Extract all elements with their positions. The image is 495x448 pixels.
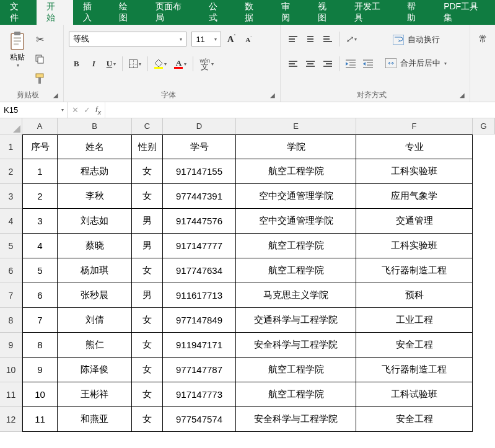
cell[interactable]: 刘志如 — [58, 209, 132, 234]
cell[interactable]: 911617713 — [163, 283, 236, 308]
ribbon-tab-8[interactable]: 视图 — [308, 0, 344, 25]
ribbon-tab-2[interactable]: 插入 — [73, 0, 110, 25]
paste-button[interactable]: 粘贴 ▾ — [5, 30, 30, 69]
cell[interactable]: 7 — [22, 308, 58, 333]
font-launcher[interactable]: ◢ — [270, 92, 278, 99]
cell[interactable]: 学院 — [236, 134, 356, 159]
cell[interactable]: 王彬祥 — [58, 382, 132, 407]
increase-indent-button[interactable] — [361, 56, 375, 72]
font-size-select[interactable]: 11 ▾ — [191, 32, 221, 46]
ribbon-tab-4[interactable]: 页面布局 — [146, 0, 199, 25]
align-right-button[interactable] — [320, 56, 335, 72]
align-center-button[interactable] — [303, 56, 318, 72]
cell[interactable]: 女 — [132, 333, 163, 358]
bold-button[interactable]: B — [69, 56, 84, 72]
formula-input[interactable] — [105, 102, 495, 118]
cell[interactable]: 917447576 — [163, 209, 236, 234]
cell[interactable]: 和燕亚 — [58, 407, 132, 432]
accept-formula-icon[interactable]: ✓ — [84, 105, 90, 115]
cell[interactable]: 交通管理 — [356, 209, 473, 234]
cell[interactable]: 航空工程学院 — [236, 159, 356, 184]
decrease-font-button[interactable]: Aˇ — [241, 31, 256, 47]
cell[interactable]: 马克思主义学院 — [236, 283, 356, 308]
cell[interactable]: 女 — [132, 382, 163, 407]
col-header-B[interactable]: B — [58, 118, 132, 134]
alignment-launcher[interactable]: ◢ — [460, 92, 467, 99]
cell[interactable]: 917147777 — [163, 234, 236, 258]
row-header-1[interactable]: 1 — [0, 134, 22, 159]
cell[interactable]: 安全科学与工程学院 — [236, 333, 356, 358]
cell[interactable]: 航空工程学院 — [236, 258, 356, 283]
row-header-10[interactable]: 10 — [0, 358, 22, 382]
font-color-button[interactable]: A▾ — [172, 56, 189, 72]
cell[interactable]: 航空工程学院 — [236, 234, 356, 258]
cell[interactable]: 917747634 — [163, 258, 236, 283]
cell[interactable]: 蔡晓 — [58, 234, 132, 258]
cell[interactable]: 工科实验班 — [356, 159, 473, 184]
cell[interactable]: 977147787 — [163, 358, 236, 382]
align-bottom-button[interactable] — [320, 31, 335, 47]
fill-color-button[interactable]: ▾ — [152, 56, 169, 72]
cell[interactable]: 女 — [132, 407, 163, 432]
fx-icon[interactable]: fx — [95, 105, 101, 116]
cell[interactable]: 11 — [22, 407, 58, 432]
row-header-9[interactable]: 9 — [0, 333, 22, 358]
cell[interactable]: 911947171 — [163, 333, 236, 358]
ribbon-tab-7[interactable]: 审阅 — [271, 0, 308, 25]
align-middle-button[interactable] — [303, 31, 318, 47]
cell[interactable]: 1 — [22, 159, 58, 184]
cell[interactable]: 安全工程 — [356, 333, 473, 358]
font-name-select[interactable]: 等线 ▾ — [69, 32, 186, 46]
row-header-6[interactable]: 6 — [0, 258, 22, 283]
partial-button[interactable]: 常 — [475, 31, 490, 47]
cell[interactable]: 5 — [22, 258, 58, 283]
cell[interactable]: 工科实验班 — [356, 234, 473, 258]
row-header-4[interactable]: 4 — [0, 209, 22, 234]
cell[interactable]: 飞行器制造工程 — [356, 258, 473, 283]
wrap-text-button[interactable]: 自动换行 — [380, 31, 452, 48]
orientation-button[interactable]: ⤢▾ — [343, 31, 359, 47]
cell[interactable]: 学号 — [163, 134, 236, 159]
row-header-11[interactable]: 11 — [0, 382, 22, 407]
cell[interactable]: 917147155 — [163, 159, 236, 184]
cell[interactable]: 女 — [132, 258, 163, 283]
cell[interactable]: 杨加琪 — [58, 258, 132, 283]
clipboard-launcher[interactable]: ◢ — [53, 92, 61, 99]
cell[interactable]: 8 — [22, 333, 58, 358]
col-header-G[interactable]: G — [473, 118, 495, 134]
merge-center-button[interactable]: 合并后居中 ▾ — [380, 55, 452, 72]
ribbon-tab-11[interactable]: PDF工具集 — [434, 0, 495, 25]
col-header-D[interactable]: D — [163, 118, 236, 134]
cell[interactable]: 9 — [22, 358, 58, 382]
select-all-button[interactable] — [0, 118, 22, 134]
cell[interactable]: 977147849 — [163, 308, 236, 333]
row-header-12[interactable]: 12 — [0, 407, 22, 432]
cell[interactable]: 熊仁 — [58, 333, 132, 358]
ribbon-tab-10[interactable]: 帮助 — [397, 0, 434, 25]
name-box[interactable]: K15 ▾ — [0, 102, 68, 118]
cell[interactable]: 姓名 — [58, 134, 132, 159]
row-header-8[interactable]: 8 — [0, 308, 22, 333]
col-header-F[interactable]: F — [356, 118, 473, 134]
cell[interactable]: 男 — [132, 283, 163, 308]
cell[interactable]: 刘倩 — [58, 308, 132, 333]
cell[interactable]: 程志勋 — [58, 159, 132, 184]
cell[interactable]: 航空工程学院 — [236, 382, 356, 407]
underline-button[interactable]: U▾ — [103, 56, 118, 72]
cell[interactable]: 女 — [132, 358, 163, 382]
cell[interactable]: 男 — [132, 209, 163, 234]
align-left-button[interactable] — [286, 56, 300, 72]
cell[interactable]: 3 — [22, 209, 58, 234]
cell[interactable]: 10 — [22, 382, 58, 407]
cell[interactable]: 张秒晨 — [58, 283, 132, 308]
col-header-A[interactable]: A — [22, 118, 58, 134]
cell[interactable]: 陈泽俊 — [58, 358, 132, 382]
cell[interactable]: 空中交通管理学院 — [236, 209, 356, 234]
ribbon-tab-6[interactable]: 数据 — [235, 0, 271, 25]
cell[interactable]: 专业 — [356, 134, 473, 159]
italic-button[interactable]: I — [86, 56, 101, 72]
cell[interactable]: 序号 — [22, 134, 58, 159]
cell[interactable]: 安全科学与工程学院 — [236, 407, 356, 432]
cell[interactable]: 空中交通管理学院 — [236, 184, 356, 209]
row-header-5[interactable]: 5 — [0, 234, 22, 258]
